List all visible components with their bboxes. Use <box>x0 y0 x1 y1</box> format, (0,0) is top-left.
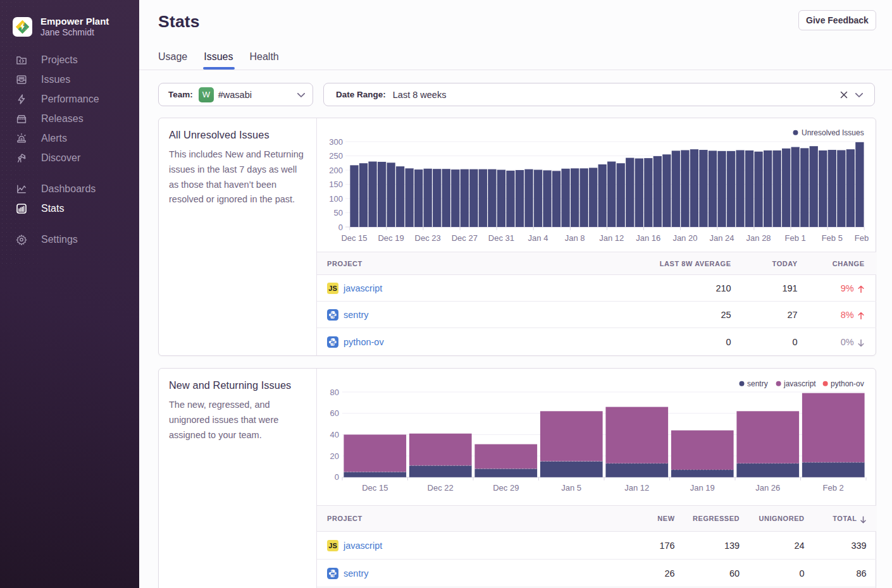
svg-text:Dec 23: Dec 23 <box>414 233 440 243</box>
svg-text:Jan 20: Jan 20 <box>672 233 697 243</box>
svg-text:Jan 16: Jan 16 <box>636 233 660 243</box>
svg-text:Jan 24: Jan 24 <box>709 233 734 243</box>
svg-text:Jan 4: Jan 4 <box>528 233 548 243</box>
svg-text:80: 80 <box>330 388 338 397</box>
svg-text:Dec 31: Dec 31 <box>488 233 514 243</box>
svg-text:Dec 15: Dec 15 <box>362 483 388 493</box>
svg-text:Feb 1: Feb 1 <box>784 233 805 243</box>
svg-text:Feb: Feb <box>854 233 868 243</box>
svg-text:Dec 19: Dec 19 <box>378 233 404 243</box>
svg-text:40: 40 <box>330 430 338 439</box>
svg-text:Unresolved Issues: Unresolved Issues <box>802 128 864 137</box>
svg-text:JS: JS <box>328 285 337 292</box>
svg-text:Dec 27: Dec 27 <box>451 233 477 243</box>
svg-text:50: 50 <box>333 208 342 217</box>
svg-text:Dec 15: Dec 15 <box>341 233 367 243</box>
svg-text:Jan 12: Jan 12 <box>624 483 649 493</box>
svg-text:100: 100 <box>329 194 343 204</box>
svg-text:javascript: javascript <box>783 379 816 388</box>
svg-text:60: 60 <box>330 408 338 418</box>
svg-text:Feb 5: Feb 5 <box>821 233 842 243</box>
svg-text:python-ov: python-ov <box>831 379 864 388</box>
svg-text:0: 0 <box>334 472 338 482</box>
svg-text:0: 0 <box>338 223 342 232</box>
svg-text:150: 150 <box>329 180 343 189</box>
svg-text:Jan 26: Jan 26 <box>755 483 780 493</box>
svg-text:JS: JS <box>328 542 337 549</box>
svg-text:Jan 12: Jan 12 <box>599 233 624 243</box>
svg-text:Dec 22: Dec 22 <box>427 483 453 493</box>
svg-text:sentry: sentry <box>747 379 768 388</box>
svg-text:Jan 5: Jan 5 <box>561 483 581 493</box>
svg-text:Feb 2: Feb 2 <box>822 483 843 493</box>
svg-text:200: 200 <box>329 166 343 175</box>
svg-text:300: 300 <box>329 137 343 147</box>
svg-text:20: 20 <box>330 451 338 461</box>
svg-text:Dec 29: Dec 29 <box>493 483 519 493</box>
svg-text:Jan 8: Jan 8 <box>564 233 585 243</box>
svg-text:Jan 19: Jan 19 <box>690 483 714 493</box>
svg-text:250: 250 <box>329 151 343 161</box>
svg-text:Jan 28: Jan 28 <box>746 233 771 243</box>
